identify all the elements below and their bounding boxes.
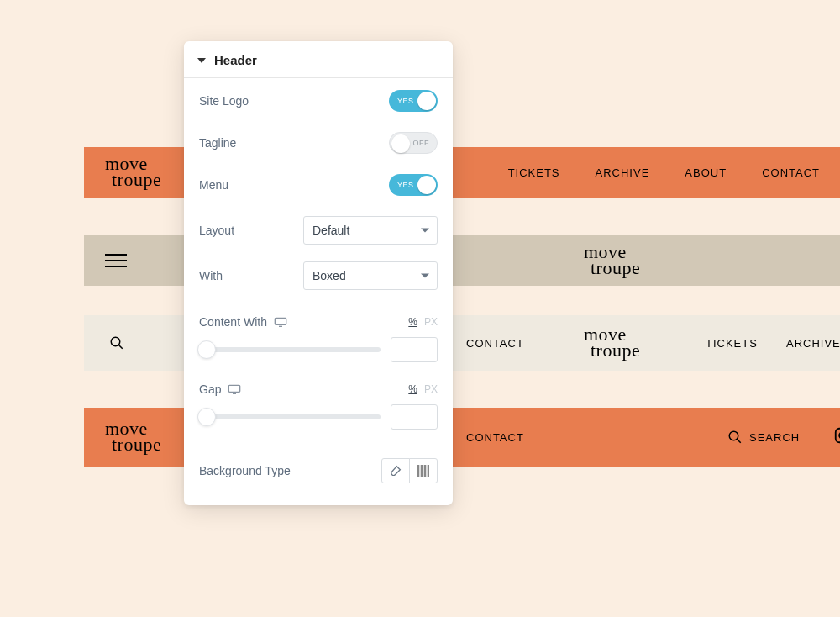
search-icon: [727, 430, 743, 445]
svg-point-2: [729, 431, 738, 440]
header-settings-panel: Header Site Logo YES Tagline OFF Menu YE…: [184, 41, 453, 505]
toggle-text: OFF: [413, 139, 430, 147]
nav-tickets[interactable]: TICKETS: [706, 337, 758, 350]
toggle-knob: [391, 134, 410, 153]
select-width-value: Boxed: [312, 269, 346, 282]
select-layout[interactable]: Default: [303, 216, 438, 245]
search-icon[interactable]: [109, 335, 124, 351]
brand-logo: move troupe: [105, 421, 161, 452]
toggle-tagline[interactable]: OFF: [389, 132, 438, 154]
unit-switch-gap[interactable]: % PX: [408, 383, 438, 395]
input-content-width[interactable]: [391, 337, 438, 362]
toggle-menu[interactable]: YES: [389, 174, 438, 196]
svg-rect-9: [229, 385, 240, 392]
slider-gap[interactable]: [199, 414, 381, 419]
gradient-icon: [417, 465, 429, 477]
label-width: With: [199, 269, 223, 282]
label-background-type: Background Type: [199, 464, 291, 477]
desktop-icon[interactable]: [228, 384, 241, 394]
brand-line-2: troupe: [112, 437, 161, 453]
instagram-icon[interactable]: [833, 426, 840, 448]
label-menu: Menu: [199, 178, 228, 192]
nav-contact[interactable]: CONTACT: [762, 166, 820, 179]
slider-thumb[interactable]: [197, 408, 216, 426]
chevron-down-icon: [421, 229, 429, 233]
svg-rect-7: [275, 318, 286, 324]
slider-content-width[interactable]: [199, 347, 381, 352]
panel-title: Header: [214, 53, 257, 67]
background-gradient-button[interactable]: [409, 458, 438, 483]
unit-switch-content-width[interactable]: % PX: [408, 316, 438, 328]
nav-about[interactable]: ABOUT: [685, 166, 727, 179]
brand-logo: move troupe: [584, 245, 640, 276]
row-tagline: Tagline OFF: [199, 124, 438, 162]
toggle-text: YES: [397, 97, 414, 105]
label-site-logo: Site Logo: [199, 94, 249, 108]
row-menu: Menu YES: [199, 166, 438, 204]
label-tagline: Tagline: [199, 136, 236, 150]
select-width[interactable]: Boxed: [303, 261, 438, 290]
chevron-down-icon: [421, 274, 429, 278]
nav-contact[interactable]: CONTACT: [466, 337, 524, 350]
caret-down-icon: [197, 58, 206, 63]
brand-logo: move troupe: [584, 327, 640, 358]
search-label: SEARCH: [749, 431, 800, 444]
unit-percent[interactable]: %: [408, 383, 417, 395]
row-site-logo: Site Logo YES: [199, 82, 438, 120]
panel-body: Site Logo YES Tagline OFF Menu YES Layou…: [184, 78, 453, 505]
row-gap: Gap % PX: [199, 382, 438, 430]
hamburger-menu-icon[interactable]: [105, 254, 127, 267]
row-content-width: Content With % PX: [199, 315, 438, 362]
toggle-knob: [417, 92, 436, 110]
row-width: With Boxed: [199, 256, 438, 295]
svg-line-1: [118, 345, 123, 349]
background-classic-button[interactable]: [381, 458, 410, 483]
nav-archive[interactable]: ARCHIVE: [596, 166, 650, 179]
brand-line-2: troupe: [591, 261, 640, 277]
brush-icon: [389, 464, 402, 477]
brand-line-2: troupe: [112, 172, 161, 188]
nav-tickets[interactable]: TICKETS: [508, 166, 560, 179]
select-layout-value: Default: [312, 224, 349, 237]
search-button[interactable]: SEARCH: [727, 430, 800, 445]
nav-contact[interactable]: CONTACT: [466, 431, 524, 444]
toggle-text: YES: [397, 181, 414, 189]
svg-point-0: [111, 337, 120, 346]
nav-archive[interactable]: ARCHIVE: [786, 337, 840, 350]
toggle-knob: [417, 176, 436, 194]
unit-percent[interactable]: %: [408, 316, 417, 328]
desktop-icon[interactable]: [274, 317, 287, 327]
label-gap: Gap: [199, 382, 221, 396]
toggle-site-logo[interactable]: YES: [389, 90, 438, 112]
unit-px[interactable]: PX: [424, 316, 438, 328]
label-layout: Layout: [199, 224, 234, 237]
label-content-width: Content With: [199, 315, 267, 329]
brand-logo: move troupe: [105, 156, 161, 187]
nav-group: TICKETS ARCHIVE ABOUT CONTACT: [508, 166, 840, 179]
panel-header[interactable]: Header: [184, 41, 453, 78]
row-layout: Layout Default: [199, 211, 438, 250]
unit-px[interactable]: PX: [424, 383, 438, 395]
background-type-buttons: [381, 458, 438, 483]
brand-line-2: troupe: [591, 343, 640, 359]
svg-line-3: [737, 439, 741, 443]
row-background-type: Background Type: [199, 458, 438, 483]
input-gap[interactable]: [391, 404, 438, 430]
slider-thumb[interactable]: [197, 340, 216, 359]
